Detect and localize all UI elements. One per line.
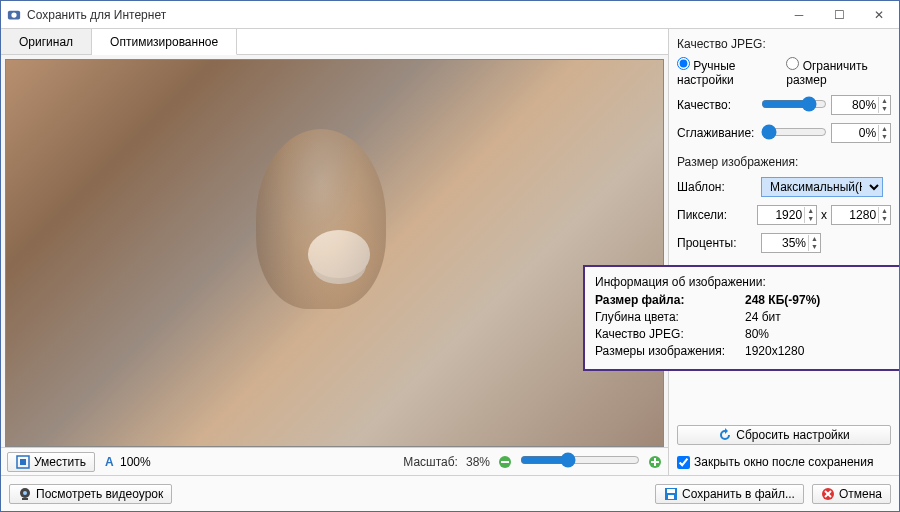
height-spinner[interactable]: ▲▼ [831, 205, 891, 225]
chevron-up-icon[interactable]: ▲ [879, 97, 890, 105]
letter-a-icon: A [103, 455, 117, 469]
fit-icon [16, 455, 30, 469]
zoom-100-label: 100% [120, 455, 151, 469]
info-header: Информация об изображении: [595, 275, 891, 289]
jpeg-section-title: Качество JPEG: [677, 37, 891, 51]
svg-point-10 [23, 491, 27, 495]
svg-point-1 [11, 12, 16, 17]
tutorial-button[interactable]: Посмотреть видеоурок [9, 484, 172, 504]
width-spinner[interactable]: ▲▼ [757, 205, 817, 225]
svg-text:A: A [105, 455, 114, 469]
reset-icon [718, 428, 732, 442]
zoom-slider[interactable] [520, 452, 640, 468]
tab-original[interactable]: Оригинал [1, 29, 92, 54]
quality-label: Качество: [677, 98, 757, 112]
smooth-label: Сглаживание: [677, 126, 757, 140]
save-button[interactable]: Сохранить в файл... [655, 484, 804, 504]
info-jpegq-label: Качество JPEG: [595, 327, 745, 341]
info-dims-label: Размеры изображения: [595, 344, 745, 358]
close-after-checkbox[interactable]: Закрыть окно после сохранения [677, 455, 891, 469]
percent-spinner[interactable]: ▲▼ [761, 233, 821, 253]
info-filesize-label: Размер файла: [595, 293, 745, 307]
zoom-100-button[interactable]: A 100% [103, 455, 151, 469]
info-jpegq-value: 80% [745, 327, 769, 341]
template-label: Шаблон: [677, 180, 757, 194]
preview-pane: Оригинал Оптимизированное Уместить A 100… [1, 29, 669, 475]
size-section-title: Размер изображения: [677, 155, 891, 169]
template-select[interactable]: Максимальный(HD) [761, 177, 883, 197]
scale-label: Масштаб: [403, 455, 458, 469]
settings-panel: Качество JPEG: Ручные настройки Ограничи… [669, 29, 899, 475]
preview-tabs: Оригинал Оптимизированное [1, 29, 668, 55]
smooth-slider[interactable] [761, 124, 827, 140]
info-dims-value: 1920x1280 [745, 344, 804, 358]
bottom-bar: Посмотреть видеоурок Сохранить в файл...… [1, 475, 899, 511]
quality-spinner[interactable]: ▲▼ [831, 95, 891, 115]
smooth-spinner[interactable]: ▲▼ [831, 123, 891, 143]
fit-button[interactable]: Уместить [7, 452, 95, 472]
svg-rect-13 [667, 489, 675, 493]
image-info-box: Информация об изображении: Размер файла:… [583, 265, 899, 371]
radio-limit-size[interactable]: Ограничить размер [786, 57, 891, 87]
fit-label: Уместить [34, 455, 86, 469]
image-preview[interactable] [5, 59, 664, 447]
app-icon [7, 8, 21, 22]
minimize-button[interactable]: ─ [779, 1, 819, 29]
scale-value: 38% [466, 455, 490, 469]
cancel-icon [821, 487, 835, 501]
reset-button[interactable]: Сбросить настройки [677, 425, 891, 445]
webcam-icon [18, 487, 32, 501]
titlebar: Сохранить для Интернет ─ ☐ ✕ [1, 1, 899, 29]
window-title: Сохранить для Интернет [27, 8, 166, 22]
cancel-button[interactable]: Отмена [812, 484, 891, 504]
preview-toolbar: Уместить A 100% Масштаб: 38% [1, 447, 668, 475]
svg-rect-14 [668, 495, 674, 499]
pixels-label: Пиксели: [677, 208, 753, 222]
info-depth-label: Глубина цвета: [595, 310, 745, 324]
pixels-x: x [821, 208, 827, 222]
svg-rect-11 [22, 498, 28, 500]
maximize-button[interactable]: ☐ [819, 1, 859, 29]
svg-rect-5 [501, 461, 509, 463]
close-button[interactable]: ✕ [859, 1, 899, 29]
info-depth-value: 24 бит [745, 310, 781, 324]
svg-rect-8 [654, 458, 656, 466]
save-icon [664, 487, 678, 501]
zoom-in-icon[interactable] [648, 455, 662, 469]
quality-slider[interactable] [761, 96, 827, 112]
chevron-down-icon[interactable]: ▼ [879, 105, 890, 113]
radio-manual[interactable]: Ручные настройки [677, 57, 776, 87]
percent-label: Проценты: [677, 236, 757, 250]
info-filesize-value: 248 КБ(-97%) [745, 293, 820, 307]
tab-optimized[interactable]: Оптимизированное [92, 29, 237, 55]
zoom-out-icon[interactable] [498, 455, 512, 469]
